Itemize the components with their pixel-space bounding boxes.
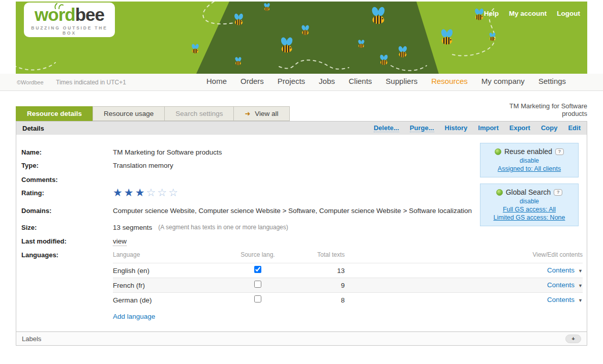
language-row-german: German (de) 8 Contents▼ — [113, 292, 583, 307]
bee-icon — [368, 6, 388, 26]
copy-button[interactable]: Copy — [541, 124, 558, 132]
reuse-enabled-panel: Reuse enabled ? disable Assigned to: All… — [480, 143, 579, 177]
assigned-to-link[interactable]: Assigned to: All clients — [483, 165, 576, 172]
subbar: ©Wordbee Times indicated in UTC+1 Home O… — [0, 74, 603, 91]
star-filled-icon[interactable]: ★ — [135, 187, 146, 198]
bee-icon — [278, 36, 296, 54]
import-button[interactable]: Import — [478, 124, 498, 132]
header-language: Language — [113, 251, 235, 259]
source-lang-checkbox[interactable] — [254, 281, 261, 288]
nav-item-settings[interactable]: Settings — [538, 77, 566, 85]
banner: wordbee BUZZING OUTSIDE THE BOX Help My … — [16, 2, 587, 74]
total-texts-value: 13 — [281, 266, 345, 275]
star-filled-icon[interactable]: ★ — [113, 187, 124, 198]
tab-view-all[interactable]: ➜View all — [233, 106, 289, 121]
wordbee-page: wordbee BUZZING OUTSIDE THE BOX Help My … — [0, 0, 603, 364]
comments-label: Comments: — [21, 175, 113, 184]
nav-item-my-company[interactable]: My company — [481, 77, 525, 85]
domains-value: Computer science Website, Computer scien… — [113, 206, 472, 215]
help-link[interactable]: Help — [484, 10, 499, 17]
help-icon[interactable]: ? — [554, 189, 562, 196]
nav-item-suppliers[interactable]: Suppliers — [386, 77, 418, 85]
star-filled-icon[interactable]: ★ — [124, 187, 135, 198]
disable-reuse-link[interactable]: disable — [483, 157, 576, 164]
logo-tagline: BUZZING OUTSIDE THE BOX — [24, 25, 115, 36]
chevron-down-icon[interactable]: ▼ — [578, 268, 583, 274]
star-empty-icon[interactable]: ☆ — [157, 187, 168, 198]
tab-resource-details[interactable]: Resource details — [16, 106, 93, 121]
bee-icon — [299, 24, 311, 36]
add-language-link[interactable]: Add language — [113, 312, 155, 321]
contents-link[interactable]: Contents — [547, 296, 575, 304]
edit-button[interactable]: Edit — [568, 124, 581, 132]
nav-item-clients[interactable]: Clients — [349, 77, 372, 85]
view-link[interactable]: view — [113, 237, 127, 246]
tab-resource-usage[interactable]: Resource usage — [93, 106, 165, 121]
global-search-panel: Global Search ? disable Full GS access: … — [480, 184, 579, 226]
source-lang-checkbox[interactable] — [254, 295, 261, 302]
tab-search-settings[interactable]: Search settings — [164, 106, 234, 121]
export-button[interactable]: Export — [509, 124, 530, 132]
source-lang-checkbox[interactable] — [254, 266, 261, 273]
purge-button[interactable]: Purge... — [410, 124, 434, 132]
name-value: TM Marketing for Software products — [113, 148, 222, 157]
type-value: Translation memory — [113, 161, 173, 170]
star-empty-icon[interactable]: ☆ — [146, 187, 157, 198]
timezone-note: Times indicated in UTC+1 — [56, 79, 126, 86]
nav-item-orders[interactable]: Orders — [240, 77, 264, 85]
language-row-french: French (fr) 9 Contents▼ — [113, 278, 583, 292]
chevron-down-icon[interactable]: ▼ — [578, 298, 583, 303]
bee-icon — [233, 56, 243, 66]
bee-icon — [378, 54, 390, 66]
help-icon[interactable]: ? — [555, 148, 564, 155]
labels-bar: Labels + — [16, 331, 587, 345]
arrow-right-icon: ➜ — [245, 110, 250, 117]
contents-link[interactable]: Contents — [547, 266, 575, 274]
rating-stars: ★★★☆☆☆ — [113, 187, 179, 198]
wordbee-logo[interactable]: wordbee BUZZING OUTSIDE THE BOX — [24, 3, 115, 37]
bee-icon — [438, 28, 456, 46]
status-enabled-icon — [495, 148, 501, 155]
header-total-texts: Total texts — [281, 251, 345, 259]
bee-icon — [232, 13, 246, 26]
top-links: Help My account Logout — [484, 10, 580, 17]
nav-item-jobs[interactable]: Jobs — [319, 77, 335, 85]
history-button[interactable]: History — [445, 124, 468, 132]
my-account-link[interactable]: My account — [509, 10, 547, 17]
toolbar-title: Details — [22, 125, 44, 132]
copyright-text: ©Wordbee — [17, 79, 44, 85]
languages-table-header: Language Source lang. Total texts View/E… — [113, 251, 583, 263]
nav-item-projects[interactable]: Projects — [278, 77, 305, 85]
global-search-title: Global Search — [506, 188, 551, 196]
language-name: English (en) — [113, 266, 235, 275]
name-label: Name: — [21, 148, 113, 157]
disable-global-search-link[interactable]: disable — [483, 198, 576, 205]
page-title: TM Marketing for Software products — [502, 103, 587, 118]
limited-gs-access-link[interactable]: Limited GS access: None — [483, 214, 576, 221]
bee-icon — [190, 43, 201, 54]
header-source-lang: Source lang. — [235, 251, 281, 259]
toolbar-actions: Delete... Purge... History Import Export… — [374, 124, 581, 132]
size-note: (A segment has texts in one or more lang… — [158, 223, 288, 232]
reuse-enabled-title: Reuse enabled — [504, 147, 552, 156]
contents-link[interactable]: Contents — [547, 281, 575, 289]
add-label-button[interactable]: + — [565, 335, 581, 343]
nav-item-resources[interactable]: Resources — [431, 77, 468, 85]
languages-table: Language Source lang. Total texts View/E… — [113, 251, 583, 321]
full-gs-access-link[interactable]: Full GS access: All — [483, 206, 576, 213]
side-panels: Reuse enabled ? disable Assigned to: All… — [480, 143, 579, 232]
logout-link[interactable]: Logout — [557, 10, 580, 17]
main-nav: Home Orders Projects Jobs Clients Suppli… — [206, 77, 566, 85]
total-texts-value: 8 — [281, 296, 345, 305]
language-name: French (fr) — [113, 281, 235, 290]
chevron-down-icon[interactable]: ▼ — [578, 283, 583, 288]
star-empty-icon[interactable]: ☆ — [168, 187, 179, 198]
logo-text: wordbee — [24, 5, 115, 25]
language-row-english: English (en) 13 Contents▼ — [113, 263, 583, 278]
rating-label: Rating: — [21, 189, 113, 197]
bee-icon — [488, 32, 497, 42]
language-name: German (de) — [113, 296, 235, 305]
status-enabled-icon — [496, 189, 503, 196]
delete-button[interactable]: Delete... — [374, 124, 399, 132]
nav-item-home[interactable]: Home — [206, 77, 227, 85]
